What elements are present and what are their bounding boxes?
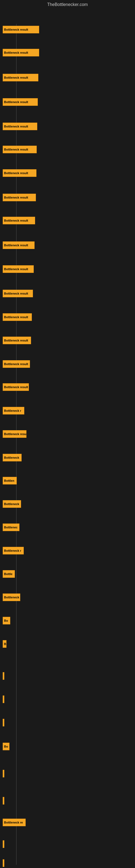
bar-item: Bottleneck re <box>3 818 26 826</box>
bar-label: Bottle <box>4 572 12 576</box>
bar-label: Bottlen <box>4 479 14 482</box>
bar-item: Bottleneck r <box>3 547 24 554</box>
bar-item: Bottleneck result <box>3 98 38 106</box>
bar-label: Bottleneck result <box>4 244 28 247</box>
bar-item: Bottleneck result <box>3 169 37 177</box>
bar-label: Bottleneck result <box>4 100 28 104</box>
bar-label: Bo <box>4 745 8 748</box>
bar-label: Bo <box>4 619 8 622</box>
bar-item: Bottle <box>3 570 15 578</box>
bar-item <box>3 719 4 726</box>
bar-item: Bottleneck <box>3 500 21 508</box>
bar-label: Bottleneck result <box>4 292 28 295</box>
bar-item: Bottleneck result <box>3 360 30 368</box>
bar-label: Bottleneck result <box>4 362 28 366</box>
bar-label: Bottleneck result <box>4 268 28 271</box>
bar-item <box>3 840 4 848</box>
bar-label: Bottlenec <box>4 526 17 529</box>
bar-label: Bottleneck r <box>4 409 21 412</box>
bar-item: Bottlenec <box>3 524 19 531</box>
bar-label: Bottleneck result <box>4 315 28 319</box>
bar-label: Bottleneck <box>4 502 19 506</box>
bar-label: Bottleneck <box>4 456 19 459</box>
bar-label: Bottleneck result <box>4 148 28 151</box>
site-header: TheBottlenecker.com <box>0 0 135 10</box>
bar-label: Bottleneck result <box>4 219 28 222</box>
bar-item <box>3 770 4 777</box>
bar-item: Bottleneck <box>3 593 20 601</box>
bar-label: Bottleneck result <box>4 28 28 31</box>
chart-area: Bottleneck resultBottleneck resultBottle… <box>0 10 135 865</box>
bar-label: Bottleneck result <box>4 385 28 389</box>
bar-item: Bottleneck result <box>3 241 35 249</box>
bar-item: Bottleneck r <box>3 407 24 414</box>
bar-label: Bottleneck result <box>4 125 28 128</box>
bar-item <box>3 695 4 703</box>
bar-item: Bottleneck result <box>3 265 34 273</box>
bar-item: Bo <box>3 617 10 624</box>
bar-item: Bottlen <box>3 477 17 485</box>
bar-item: Bottleneck <box>3 454 21 461</box>
bar-item: Bottleneck result <box>3 337 31 344</box>
bar-label: Bottleneck r <box>4 549 21 552</box>
bar-item: Bottleneck resu <box>3 430 27 438</box>
bar-label: Bottleneck result <box>4 172 28 175</box>
bar-item: Bottleneck result <box>3 26 39 33</box>
bar-label: Bottleneck resu <box>4 432 27 436</box>
bar-label: Bottleneck result <box>4 196 28 199</box>
bar-label: Bottleneck result <box>4 51 28 54</box>
bar-label: Bottleneck result <box>4 339 28 342</box>
bar-item: Bottleneck result <box>3 383 29 391</box>
bar-item: Bottleneck result <box>3 49 39 56</box>
bar-label: B <box>4 642 6 646</box>
bar-item: Bottleneck result <box>3 313 32 321</box>
bar-item: Bo <box>3 743 9 750</box>
bar-item <box>3 672 4 680</box>
bar-item: Bottleneck result <box>3 74 38 82</box>
bar-item <box>3 859 4 867</box>
bar-item: B <box>3 640 6 648</box>
bar-label: Bottleneck <box>4 596 19 599</box>
bar-item: Bottleneck result <box>3 146 37 153</box>
site-title: TheBottlenecker.com <box>0 0 135 10</box>
bar-item: Bottleneck result <box>3 123 37 130</box>
bar-label: Bottleneck re <box>4 821 23 824</box>
bar-item: Bottleneck result <box>3 194 36 201</box>
bar-item: Bottleneck result <box>3 290 33 297</box>
bar-item <box>3 797 4 805</box>
bar-item: Bottleneck result <box>3 217 35 224</box>
bar-label: Bottleneck result <box>4 76 28 79</box>
